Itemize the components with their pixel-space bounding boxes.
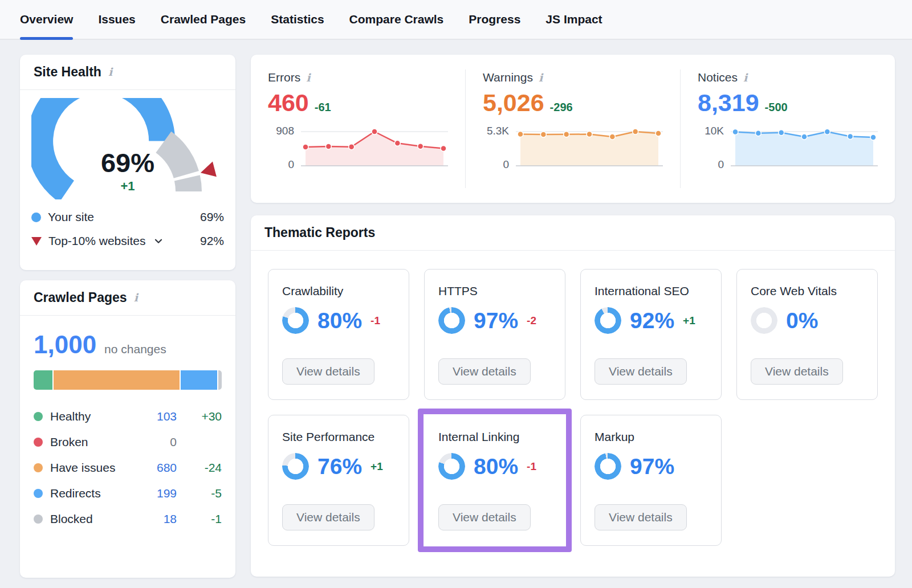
report-score: 0% bbox=[786, 308, 818, 333]
report-score: 80% bbox=[474, 454, 518, 479]
errors-value[interactable]: 460 bbox=[268, 89, 309, 117]
site-health-card: Site Health 69%+1 Your site 69% Top-10% … bbox=[20, 55, 235, 270]
tab-js-impact[interactable]: JS Impact bbox=[545, 0, 602, 39]
chevron-down-icon[interactable] bbox=[153, 236, 164, 246]
row-label: Redirects bbox=[50, 487, 126, 500]
report-card-core-web-vitals: Core Web Vitals 0% View details bbox=[736, 269, 878, 400]
progress-ring bbox=[595, 453, 621, 480]
info-icon[interactable] bbox=[539, 72, 543, 83]
row-value-link[interactable]: 103 bbox=[133, 410, 177, 423]
view-details-button[interactable]: View details bbox=[751, 358, 843, 385]
info-icon[interactable] bbox=[134, 292, 138, 303]
view-details-button[interactable]: View details bbox=[282, 358, 374, 385]
crawled-pages-change-note: no changes bbox=[104, 342, 166, 356]
y-axis-labels: 5.3K 0 bbox=[483, 124, 509, 172]
list-item: Broken 0 bbox=[34, 429, 222, 455]
thematic-reports-title: Thematic Reports bbox=[264, 225, 375, 240]
row-label: Healthy bbox=[50, 410, 126, 423]
thematic-reports-header: Thematic Reports bbox=[251, 215, 895, 251]
report-score: 92% bbox=[630, 308, 674, 333]
warnings-value[interactable]: 5,026 bbox=[483, 89, 544, 117]
view-details-button[interactable]: View details bbox=[438, 504, 531, 530]
row-delta: -24 bbox=[184, 461, 222, 475]
report-name: Markup bbox=[595, 430, 707, 444]
row-delta: -5 bbox=[184, 487, 222, 500]
report-delta: +1 bbox=[370, 460, 383, 473]
report-delta: -1 bbox=[527, 460, 536, 473]
report-card-crawlability: Crawlability 80% -1 View details bbox=[268, 269, 409, 400]
right-column: Errors 460 -61 908 0 Warnings bbox=[251, 55, 895, 577]
report-name: Internal Linking bbox=[438, 430, 551, 444]
orange-dot-icon bbox=[34, 463, 43, 472]
warnings-delta: -296 bbox=[550, 101, 573, 114]
info-icon[interactable] bbox=[108, 67, 112, 77]
notices-delta: -500 bbox=[765, 101, 788, 114]
view-details-button[interactable]: View details bbox=[282, 504, 374, 530]
progress-ring bbox=[282, 307, 309, 334]
row-value-link[interactable]: 680 bbox=[133, 461, 177, 475]
y-axis-labels: 908 0 bbox=[268, 124, 294, 172]
row-value-link[interactable]: 18 bbox=[133, 512, 177, 526]
view-details-button[interactable]: View details bbox=[595, 358, 687, 385]
view-details-button[interactable]: View details bbox=[438, 358, 531, 385]
list-item: Have issues 680 -24 bbox=[34, 455, 222, 480]
bar-segment-healthy bbox=[34, 370, 52, 390]
tab-issues[interactable]: Issues bbox=[98, 0, 135, 39]
dashboard: Site Health 69%+1 Your site 69% Top-10% … bbox=[0, 40, 912, 578]
info-icon[interactable] bbox=[306, 72, 310, 83]
tab-progress[interactable]: Progress bbox=[469, 0, 520, 39]
green-dot-icon bbox=[34, 412, 43, 421]
blue-dot-icon bbox=[34, 489, 43, 498]
report-score: 97% bbox=[630, 454, 674, 479]
crawled-pages-header: Crawled Pages bbox=[20, 280, 235, 316]
report-name: Core Web Vitals bbox=[751, 284, 864, 298]
report-name: HTTPS bbox=[438, 284, 551, 298]
report-score: 97% bbox=[474, 308, 518, 333]
report-card-markup: Markup 97% View details bbox=[580, 415, 722, 546]
thematic-reports-grid: Crawlability 80% -1 View details HTTPS 9… bbox=[251, 251, 895, 564]
crawled-pages-card: Crawled Pages 1,000 no changes H bbox=[20, 280, 235, 578]
report-name: Site Performance bbox=[282, 430, 395, 444]
errors-panel: Errors 460 -61 908 0 bbox=[251, 70, 465, 188]
info-icon[interactable] bbox=[743, 72, 747, 83]
report-card-internal-linking-highlighted: Internal Linking 80% -1 View details bbox=[418, 409, 572, 552]
warnings-panel: Warnings 5,026 -296 5.3K 0 bbox=[465, 70, 680, 188]
tab-compare-crawls[interactable]: Compare Crawls bbox=[349, 0, 444, 39]
progress-ring bbox=[282, 453, 309, 480]
progress-ring bbox=[438, 453, 465, 480]
crawled-pages-total[interactable]: 1,000 bbox=[34, 330, 96, 359]
legend-row-top10: Top-10% websites 92% bbox=[31, 229, 224, 253]
view-details-button[interactable]: View details bbox=[595, 504, 687, 530]
issues-summary-card: Errors 460 -61 908 0 Warnings bbox=[251, 55, 895, 203]
svg-text:69%: 69% bbox=[101, 148, 154, 178]
report-name: International SEO bbox=[595, 284, 707, 298]
report-delta: -1 bbox=[370, 315, 380, 327]
site-health-body: 69%+1 Your site 69% Top-10% websites bbox=[20, 90, 235, 258]
tab-overview[interactable]: Overview bbox=[20, 0, 73, 39]
notices-sparkline bbox=[731, 124, 878, 172]
list-item: Blocked 18 -1 bbox=[34, 506, 222, 532]
notices-value[interactable]: 8,319 bbox=[698, 89, 759, 117]
errors-sparkline bbox=[301, 124, 448, 172]
crawled-pages-legend: Healthy 103 +30 Broken 0 Have issues 680 bbox=[34, 403, 222, 532]
notices-title: Notices bbox=[698, 71, 738, 84]
crawled-pages-title: Crawled Pages bbox=[34, 290, 127, 305]
report-delta: -2 bbox=[527, 315, 536, 327]
red-triangle-icon bbox=[31, 237, 42, 246]
legend-row-your-site: Your site 69% bbox=[31, 205, 224, 229]
progress-ring bbox=[438, 307, 465, 334]
tab-crawled-pages[interactable]: Crawled Pages bbox=[161, 0, 246, 39]
y-axis-labels: 10K 0 bbox=[698, 124, 724, 172]
list-item: Healthy 103 +30 bbox=[34, 403, 222, 429]
errors-delta: -61 bbox=[315, 101, 331, 114]
tab-statistics[interactable]: Statistics bbox=[271, 0, 324, 39]
site-health-title: Site Health bbox=[34, 64, 101, 80]
red-dot-icon bbox=[34, 438, 43, 447]
top-tab-bar: Overview Issues Crawled Pages Statistics… bbox=[0, 0, 912, 40]
report-card-https: HTTPS 97% -2 View details bbox=[424, 269, 565, 400]
legend-value: 92% bbox=[200, 234, 224, 248]
row-value-link[interactable]: 199 bbox=[133, 487, 177, 500]
legend-value: 69% bbox=[200, 210, 224, 224]
svg-text:+1: +1 bbox=[120, 179, 135, 193]
bar-segment-have-issues bbox=[54, 370, 179, 390]
